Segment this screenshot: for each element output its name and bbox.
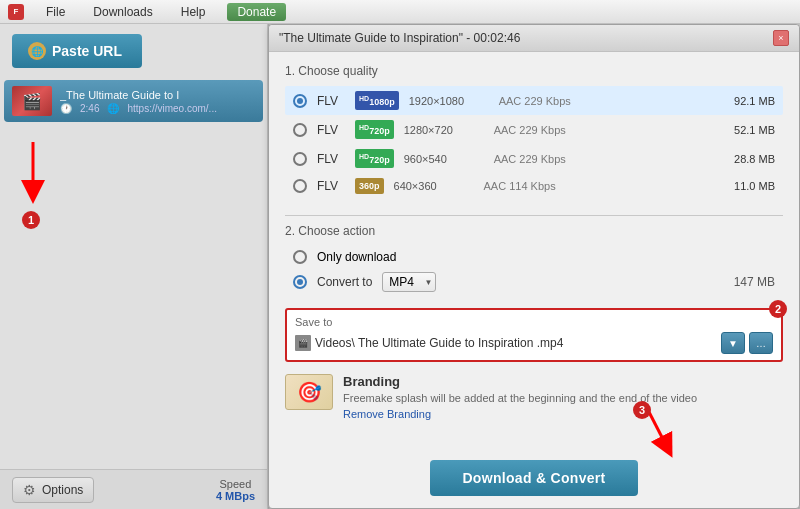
video-url-icon: 🌐 — [107, 103, 119, 114]
remove-branding-link[interactable]: Remove Branding — [343, 408, 783, 420]
dialog-title: "The Ultimate Guide to Inspiration" - 00… — [279, 31, 520, 45]
dialog-close-button[interactable]: × — [773, 30, 789, 46]
paste-url-button[interactable]: 🌐 Paste URL — [12, 34, 142, 68]
format-select-wrapper[interactable]: MP4 AVI MKV MOV — [382, 272, 436, 292]
size-360p: 11.0 MB — [715, 180, 775, 192]
dialog-overlay: "The Ultimate Guide to Inspiration" - 00… — [268, 24, 800, 509]
annotation-badge-3: 3 — [633, 401, 651, 419]
app-icon: F — [8, 4, 24, 20]
speed-info: Speed 4 MBps — [216, 478, 255, 502]
radio-360p[interactable] — [293, 179, 307, 193]
radio-720p-b[interactable] — [293, 152, 307, 166]
badge-360p: 360p — [355, 178, 384, 194]
branding-thumbnail: 🎯 — [285, 374, 333, 410]
video-info: _The Ultimate Guide to I 🕐 2:46 🌐 https:… — [60, 89, 255, 114]
annotation-badge-1: 1 — [22, 211, 40, 229]
gear-icon: ⚙ — [23, 482, 36, 498]
codec-720p-a: AAC 229 Kbps — [494, 124, 705, 136]
menu-bar: F File Downloads Help Donate — [0, 0, 800, 24]
path-browse-button[interactable]: … — [749, 332, 773, 354]
speed-value: 4 MBps — [216, 490, 255, 502]
res-1080p: 1920×1080 — [409, 95, 489, 107]
res-360p: 640×360 — [394, 180, 474, 192]
section2-label: 2. Choose action — [285, 224, 783, 238]
video-url: https://vimeo.com/... — [127, 103, 216, 114]
quality-list: FLV HD1080p 1920×1080 AAC 229 Kbps 92.1 … — [285, 86, 783, 199]
menu-help[interactable]: Help — [175, 3, 212, 21]
annotation-badge-2: 2 — [769, 300, 787, 318]
quality-row-2[interactable]: FLV HD720p 1280×720 AAC 229 Kbps 52.1 MB — [285, 115, 783, 144]
paste-url-area: 🌐 Paste URL — [0, 24, 267, 76]
video-thumb-inner: 🎬 — [12, 86, 52, 116]
badge-720p-b: HD720p — [355, 149, 394, 168]
save-to-label: Save to — [295, 316, 773, 328]
size-720p-a: 52.1 MB — [715, 124, 775, 136]
format-1080p: FLV — [317, 94, 345, 108]
quality-row-1[interactable]: FLV HD1080p 1920×1080 AAC 229 Kbps 92.1 … — [285, 86, 783, 115]
save-path: Videos\ The Ultimate Guide to Inspiratio… — [315, 336, 717, 350]
speed-label: Speed — [216, 478, 255, 490]
section1-label: 1. Choose quality — [285, 64, 783, 78]
divider-1 — [285, 215, 783, 216]
radio-only-download[interactable] — [293, 250, 307, 264]
size-1080p: 92.1 MB — [715, 95, 775, 107]
codec-360p: AAC 114 Kbps — [484, 180, 705, 192]
video-title: _The Ultimate Guide to I — [60, 89, 255, 101]
svg-line-3 — [649, 412, 667, 447]
download-convert-button[interactable]: Download & Convert — [430, 460, 637, 496]
save-path-row: 🎬 Videos\ The Ultimate Guide to Inspirat… — [295, 332, 773, 354]
sidebar: 🌐 Paste URL 1 — [0, 24, 268, 509]
size-720p-b: 28.8 MB — [715, 153, 775, 165]
save-to-section: Save to 🎬 Videos\ The Ultimate Guide to … — [285, 308, 783, 362]
quality-row-3[interactable]: FLV HD720p 960×540 AAC 229 Kbps 28.8 MB — [285, 144, 783, 173]
action-section: Only download Convert to MP4 AVI MKV — [285, 246, 783, 296]
badge-1080p: HD1080p — [355, 91, 399, 110]
branding-title: Branding — [343, 374, 783, 389]
dialog-titlebar: "The Ultimate Guide to Inspiration" - 00… — [269, 25, 799, 52]
save-to-wrapper: 2 Save to 🎬 Videos\ The Ultimate Guide t… — [285, 308, 783, 362]
annotation-1: 1 — [8, 132, 58, 233]
res-720p-a: 1280×720 — [404, 124, 484, 136]
badge-720p-a: HD720p — [355, 120, 394, 139]
codec-720p-b: AAC 229 Kbps — [494, 153, 705, 165]
dialog-body: 1. Choose quality FLV HD1080p 1920×1080 … — [269, 52, 799, 452]
video-duration-icon: 🕐 — [60, 103, 72, 114]
convert-size: 147 MB — [734, 275, 775, 289]
file-icon: 🎬 — [295, 335, 311, 351]
branding-info: Branding Freemake splash will be added a… — [343, 374, 783, 420]
format-720p-b: FLV — [317, 152, 345, 166]
codec-1080p: AAC 229 Kbps — [499, 95, 705, 107]
quality-row-4[interactable]: FLV 360p 640×360 AAC 114 Kbps 11.0 MB — [285, 173, 783, 199]
menu-donate[interactable]: Donate — [227, 3, 286, 21]
video-duration: 2:46 — [80, 103, 99, 114]
globe-icon: 🌐 — [28, 42, 46, 60]
app-window: F File Downloads Help Donate 🌐 Paste URL — [0, 0, 800, 509]
video-item[interactable]: 🎬 _The Ultimate Guide to I 🕐 2:46 🌐 http… — [4, 80, 263, 122]
path-dropdown-button[interactable]: ▼ — [721, 332, 745, 354]
res-720p-b: 960×540 — [404, 153, 484, 165]
branding-desc: Freemake splash will be added at the beg… — [343, 391, 783, 406]
branding-section: 🎯 Branding Freemake splash will be added… — [285, 374, 783, 420]
options-button[interactable]: ⚙ Options — [12, 477, 94, 503]
dialog: "The Ultimate Guide to Inspiration" - 00… — [268, 24, 800, 509]
menu-file[interactable]: File — [40, 3, 71, 21]
format-360p: FLV — [317, 179, 345, 193]
convert-to-label: Convert to — [317, 275, 372, 289]
convert-row[interactable]: Convert to MP4 AVI MKV MOV 147 MB — [285, 268, 783, 296]
video-thumbnail: 🎬 — [12, 86, 52, 116]
radio-1080p[interactable] — [293, 94, 307, 108]
only-download-label: Only download — [317, 250, 396, 264]
annotation-3-wrapper: 3 — [609, 407, 679, 470]
menu-downloads[interactable]: Downloads — [87, 3, 158, 21]
format-select[interactable]: MP4 AVI MKV MOV — [382, 272, 436, 292]
main-content: 🌐 Paste URL 1 — [0, 24, 800, 509]
sidebar-bottom-bar: ⚙ Options Speed 4 MBps — [0, 469, 267, 509]
radio-convert[interactable] — [293, 275, 307, 289]
only-download-row[interactable]: Only download — [285, 246, 783, 268]
video-meta: 🕐 2:46 🌐 https://vimeo.com/... — [60, 103, 255, 114]
format-720p-a: FLV — [317, 123, 345, 137]
dialog-footer: 3 Download & Convert — [269, 452, 799, 508]
radio-720p-a[interactable] — [293, 123, 307, 137]
